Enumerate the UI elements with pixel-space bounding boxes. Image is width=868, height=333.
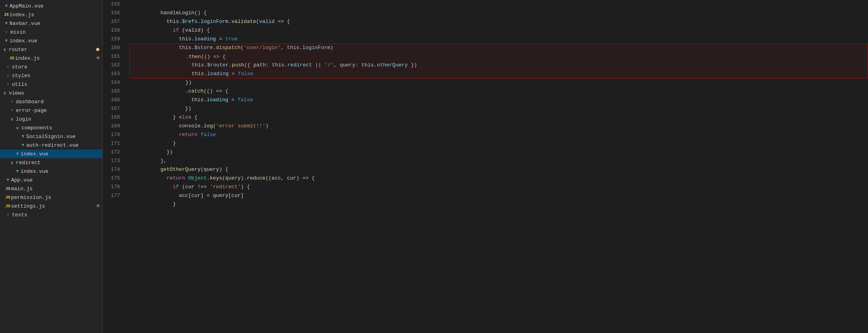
line-num: 155 [111, 0, 120, 9]
sidebar-item-components[interactable]: ∨ components [0, 123, 102, 132]
code-line-166: }) [129, 96, 868, 104]
code-line-177: } [129, 191, 868, 200]
code-line-173: getOtherQuery(query) { [129, 157, 868, 165]
file-explorer: ▼ AppMain.vue JS index.js ▼ Navbar.vue ›… [0, 0, 103, 333]
sidebar-item-auth-redirect.vue[interactable]: ▼ auth-redirect.vue [0, 141, 102, 149]
sidebar-item-login[interactable]: ∨ login [0, 115, 102, 123]
chevron-down-icon: ∨ [9, 159, 15, 166]
sidebar-item-router[interactable]: ∨ router [0, 45, 102, 54]
vue-icon: ▼ [3, 3, 9, 9]
sidebar-item-mixin[interactable]: › mixin [0, 28, 102, 36]
vue-icon: ▼ [20, 133, 26, 140]
sidebar-item-App.vue[interactable]: ▼ App.vue [0, 176, 102, 184]
js-icon: JS [5, 203, 11, 209]
line-num: 163 [111, 70, 120, 78]
line-num: 177 [111, 191, 120, 200]
code-line-167: } else { [129, 104, 868, 113]
sidebar-item-label: index.js [9, 12, 102, 18]
chevron-down-icon: ∨ [2, 46, 8, 53]
code-lines: handleLogin() { this.$refs.loginForm.val… [126, 0, 868, 333]
sidebar-item-label: styles [12, 73, 102, 79]
sidebar-item-index-vue-redirect[interactable]: ▼ index.vue [0, 167, 102, 176]
chevron-down-icon: ∨ [9, 116, 15, 122]
chevron-right-icon: › [5, 81, 11, 87]
sidebar-item-store[interactable]: › store [0, 62, 102, 71]
code-line-170: } [129, 131, 868, 139]
sidebar-item-label: index.vue [9, 38, 102, 44]
code-line-160: .then(() => { [129, 44, 868, 52]
sidebar-item-label: components [21, 125, 102, 131]
line-num: 176 [111, 183, 120, 191]
js-icon: JS [5, 185, 11, 192]
code-line-159: this.$store.dispatch('user/login', this.… [129, 35, 868, 44]
line-num: 164 [111, 78, 120, 87]
sidebar-item-label: login [16, 116, 102, 122]
sidebar-item-main.js[interactable]: JS main.js [0, 184, 102, 193]
line-num: 160 [111, 44, 120, 52]
code-line-162: this.loading = false [129, 61, 868, 70]
chevron-down-icon: ∨ [14, 125, 21, 131]
line-num: 156 [111, 9, 120, 17]
vue-icon: ▼ [14, 168, 21, 174]
line-num: 161 [111, 52, 120, 61]
code-line-155: handleLogin() { [129, 0, 868, 9]
modified-badge: M [97, 204, 99, 208]
chevron-right-icon: › [9, 107, 15, 114]
sidebar-item-index-vue-root[interactable]: ▼ index.vue [0, 36, 102, 45]
line-num: 166 [111, 96, 120, 104]
line-num: 169 [111, 122, 120, 131]
sidebar-item-SocialSignin.vue[interactable]: ▼ SocialSignin.vue [0, 132, 102, 141]
sidebar-item-index-js-router[interactable]: JS index.js M [0, 54, 102, 62]
sidebar-item-settings.js[interactable]: JS settings.js M [0, 202, 102, 210]
sidebar-item-label: dashboard [16, 99, 102, 105]
sidebar-item-utils[interactable]: › utils [0, 80, 102, 89]
line-num: 170 [111, 131, 120, 139]
sidebar-item-label: AppMain.vue [9, 3, 102, 9]
line-num: 171 [111, 139, 120, 148]
sidebar-item-index-vue-login[interactable]: ▼ index.vue [0, 149, 102, 158]
sidebar-item-tests[interactable]: › tests [0, 210, 102, 219]
sidebar-item-index-js-root[interactable]: JS index.js [0, 10, 102, 19]
sidebar-item-label: auth-redirect.vue [26, 142, 102, 148]
vue-icon: ▼ [3, 20, 9, 26]
vue-icon: ▼ [5, 177, 11, 183]
js-icon: JS [5, 194, 11, 201]
sidebar-item-AppMain.vue[interactable]: ▼ AppMain.vue [0, 2, 102, 10]
line-num: 168 [111, 113, 120, 122]
code-container: 155 156 157 158 159 160 161 162 163 164 … [103, 0, 868, 333]
line-num: 174 [111, 165, 120, 174]
sidebar-item-label: utils [12, 81, 102, 87]
code-line-161: this.$router.push({ path: this.redirect … [129, 52, 868, 61]
chevron-right-icon: › [5, 64, 11, 70]
modified-badge: M [97, 56, 99, 61]
code-line-165: this.loading = false [129, 87, 868, 96]
sidebar-item-label: Navbar.vue [9, 21, 102, 26]
sidebar-item-Navbar.vue[interactable]: ▼ Navbar.vue [0, 19, 102, 28]
sidebar-item-styles[interactable]: › styles [0, 71, 102, 80]
js-icon: JS [3, 11, 9, 18]
line-num: 158 [111, 26, 120, 35]
code-line-174: return Object.keys(query).reduce((acc, c… [129, 165, 868, 174]
vue-icon: ▼ [14, 151, 21, 157]
line-num: 167 [111, 104, 120, 113]
code-line-156: this.$refs.loginForm.validate(valid => { [129, 9, 868, 17]
code-line-176: acc[cur] = query[cur] [129, 183, 868, 191]
sidebar-item-label: permission.js [11, 195, 102, 201]
code-line-168: console.log('error submit!!') [129, 113, 868, 122]
sidebar-item-label: main.js [11, 186, 102, 192]
code-line-169: return false [129, 122, 868, 131]
sidebar-item-label: router [9, 47, 96, 53]
chevron-right-icon: › [5, 72, 11, 79]
sidebar-item-error-page[interactable]: › error-page [0, 106, 102, 115]
chevron-right-icon: › [3, 29, 9, 35]
sidebar-item-label: mixin [10, 29, 102, 35]
line-num: 162 [111, 61, 120, 70]
sidebar-item-permission.js[interactable]: JS permission.js [0, 193, 102, 202]
line-num: 165 [111, 87, 120, 96]
sidebar-item-label: store [12, 64, 102, 70]
chevron-right-icon: › [9, 98, 15, 105]
sidebar-item-dashboard[interactable]: › dashboard [0, 97, 102, 106]
sidebar-item-views[interactable]: ∨ views [0, 89, 102, 97]
sidebar-item-label: tests [12, 212, 102, 218]
sidebar-item-redirect[interactable]: ∨ redirect [0, 158, 102, 167]
